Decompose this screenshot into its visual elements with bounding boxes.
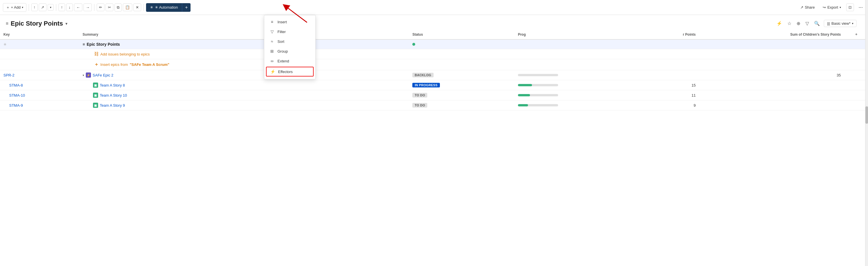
toolbar-up-icon[interactable]: ↑	[59, 3, 65, 11]
menu-item-sort[interactable]: ≈ Sort	[264, 36, 315, 46]
automation-plus-button[interactable]: +	[182, 3, 190, 12]
wand-icon: ✳	[3, 42, 7, 47]
table-row: STMA-10 ▣ Team A Story 10 TO DO 11	[0, 90, 868, 100]
row-expand-icon[interactable]: ▾	[83, 74, 84, 77]
lightning-icon[interactable]: ⚡	[775, 20, 783, 27]
table-row: STMA-8 ▣ Team A Story 8 IN PROGRESS 15	[0, 80, 868, 90]
cell-summary: ▣ Team A Story 8	[79, 80, 409, 90]
cell-summary: ▣ Team A Story 9	[79, 100, 409, 110]
key-link-spr2[interactable]: SPR-2	[3, 73, 14, 77]
toolbar-edit-icon[interactable]: ✏	[97, 3, 104, 11]
cell-status: IN PROGRESS	[409, 80, 515, 90]
cell-children-points	[699, 49, 844, 59]
cell-progress	[515, 100, 633, 110]
cell-status: TO DO	[409, 90, 515, 100]
summary-link-stma8[interactable]: Team A Story 8	[100, 83, 125, 87]
toolbar-icon-1[interactable]: ↑	[31, 3, 38, 11]
insert-icon: ≡	[270, 20, 275, 24]
cell-summary: ▾ ⚡ SAFe Epic 2	[79, 70, 409, 80]
toolbar-icon-2[interactable]: ↗	[39, 3, 46, 11]
extend-label: Extend	[277, 59, 289, 63]
table-row: STMA-9 ▣ Team A Story 9 TO DO 9	[0, 100, 868, 110]
toolbar-delete-icon[interactable]: ✕	[133, 3, 141, 11]
status-badge-inprogress: IN PROGRESS	[412, 83, 440, 87]
cell-key: STMA-9	[0, 100, 79, 110]
cell-points-stma8: 15	[633, 80, 699, 90]
toolbar-left-icon[interactable]: ←	[74, 3, 82, 11]
toolbar: ＋ + Add ▾ ↑ ↗ ▾ ↑ ↓ ← → ✏ ✂ ⧉ 📋 ✕ ✳ ✳ Au…	[0, 0, 868, 15]
automation-button[interactable]: ✳ ✳ Automation	[146, 3, 182, 12]
export-chevron-icon: ▾	[840, 6, 841, 9]
automation-star-icon: ✳	[150, 5, 153, 9]
export-button[interactable]: ↪ Export ▾	[820, 4, 844, 11]
group-label: Group	[277, 49, 288, 53]
cell-extra	[844, 90, 868, 100]
cell-points	[633, 70, 699, 80]
page-title-icon: ≡	[6, 21, 8, 26]
progress-bar	[518, 94, 558, 96]
cell-summary: ⛓ Add issues belonging to epics	[79, 49, 409, 59]
toolbar-chevron-down-icon[interactable]: ▾	[48, 4, 54, 11]
key-link-stma9[interactable]: STMA-9	[3, 103, 23, 108]
menu-item-insert[interactable]: ≡ Insert	[264, 17, 315, 27]
menu-item-effectors[interactable]: ⚡ Effectors	[266, 67, 314, 77]
toolbar-down-icon[interactable]: ↓	[66, 3, 73, 11]
main-table: Key Summary Status Prog r Points Sum of …	[0, 30, 868, 110]
cell-points	[633, 59, 699, 70]
toolbar-paste-icon[interactable]: 📋	[123, 3, 132, 11]
cell-extra	[844, 80, 868, 90]
cell-extra	[844, 49, 868, 59]
menu-item-extend[interactable]: ∞ Extend	[264, 56, 315, 66]
add-button[interactable]: ＋ + Add ▾	[3, 3, 26, 12]
insert-plus-icon: ＋	[94, 61, 99, 68]
sort-label: Sort	[277, 39, 284, 44]
funnel-icon[interactable]: ▽	[804, 20, 810, 27]
toolbar-copy-icon[interactable]: ⧉	[115, 3, 122, 11]
window-icon[interactable]: ⊡	[846, 3, 854, 11]
layers-icon[interactable]: ⊕	[796, 20, 801, 27]
menu-item-filter[interactable]: ▽ Filter	[264, 27, 315, 36]
cell-status	[409, 49, 515, 59]
cell-key: STMA-10	[0, 90, 79, 100]
cell-points-stma10: 11	[633, 90, 699, 100]
share-button[interactable]: ↗ Share	[798, 4, 818, 11]
link-icon: ⛓	[94, 51, 99, 57]
menu-item-group[interactable]: ⊞ Group	[264, 46, 315, 56]
search-icon[interactable]: 🔍	[813, 20, 821, 27]
more-button[interactable]: ···	[856, 3, 865, 12]
status-badge-todo-2: TO DO	[412, 103, 427, 108]
cell-status	[409, 59, 515, 70]
effectors-icon: ⚡	[270, 69, 275, 74]
toolbar-scissors-icon[interactable]: ✂	[105, 3, 113, 11]
page-title-chevron-icon[interactable]: ▾	[65, 21, 67, 26]
summary-link-stma9[interactable]: Team A Story 9	[100, 103, 125, 108]
col-add-button[interactable]: ＋	[844, 30, 868, 39]
group-icon: ⊞	[270, 49, 275, 53]
col-header-progress: Prog	[515, 30, 633, 39]
add-issues-link[interactable]: ⛓ Add issues belonging to epics	[94, 51, 405, 57]
pin-icon[interactable]: ☆	[786, 20, 793, 27]
key-link-stma10[interactable]: STMA-10	[3, 93, 25, 98]
cell-children-points	[699, 39, 844, 49]
epic-summary-text: Epic Story Points	[87, 42, 120, 47]
cell-extra	[844, 100, 868, 110]
share-label: Share	[805, 5, 815, 9]
view-label: Basic view*	[832, 21, 850, 26]
key-link-stma8[interactable]: STMA-8	[3, 83, 23, 87]
story-icon: ▣	[93, 92, 98, 98]
page-header: ≡ Epic Story Points ▾ ⚡ ☆ ⊕ ▽ 🔍 ||| Basi…	[0, 15, 868, 30]
progress-fill	[518, 84, 532, 86]
export-label: Export	[827, 5, 838, 9]
scrollbar-thumb[interactable]	[865, 106, 868, 110]
summary-link-spr2[interactable]: SAFe Epic 2	[93, 73, 113, 77]
cell-children-points	[699, 59, 844, 70]
cell-key: SPR-2	[0, 70, 79, 80]
status-dot	[412, 43, 415, 46]
col-header-status: Status	[409, 30, 515, 39]
scrollbar[interactable]	[865, 0, 868, 110]
automation-plus-icon: +	[185, 5, 188, 10]
view-selector[interactable]: ||| Basic view* ▾	[824, 20, 857, 27]
toolbar-right-icon[interactable]: →	[84, 3, 92, 11]
page-title: Epic Story Points	[11, 20, 63, 27]
summary-link-stma10[interactable]: Team A Story 10	[100, 93, 127, 98]
